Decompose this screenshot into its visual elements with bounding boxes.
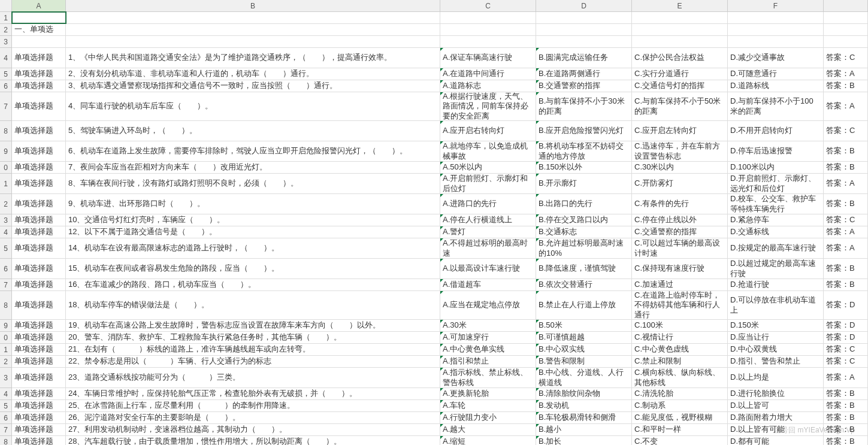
- col-header-E[interactable]: E: [632, 0, 728, 11]
- row-header[interactable]: 4: [0, 48, 11, 68]
- cell[interactable]: A.借道超车: [440, 279, 536, 290]
- row-header[interactable]: 8: [0, 291, 11, 320]
- cell[interactable]: 单项选择题: [12, 141, 66, 161]
- row-header[interactable]: 4: [0, 226, 11, 238]
- cell[interactable]: 21、在划有（ ）标线的道路上，准许车辆越线超车或向左转弯。: [66, 344, 440, 355]
- cell[interactable]: D.进行轮胎换位: [728, 388, 824, 399]
- cell[interactable]: [824, 12, 868, 23]
- cell[interactable]: 4、同车道行驶的机动车后车应（ ）。: [66, 92, 440, 120]
- cell[interactable]: B.警告和限制: [536, 356, 632, 367]
- cell[interactable]: B.越小: [536, 424, 632, 435]
- cell[interactable]: 单项选择题: [12, 320, 66, 331]
- cell[interactable]: [66, 36, 440, 47]
- cell[interactable]: [728, 12, 824, 23]
- cell[interactable]: B.中心线、分道线、人行横道线: [536, 368, 632, 388]
- cell[interactable]: 5、驾驶车辆进入环岛时，（ ）。: [66, 121, 440, 141]
- cell[interactable]: D.应当让行: [728, 332, 824, 343]
- cell[interactable]: A.越大: [440, 424, 536, 435]
- cell[interactable]: A.在道路中间通行: [440, 68, 536, 80]
- cell[interactable]: C.可以超过车辆的最高设计时速: [632, 238, 728, 258]
- cell[interactable]: D.开启前照灯、示廓灯、远光灯和后位灯: [728, 174, 824, 193]
- cell[interactable]: C.开防雾灯: [632, 174, 728, 193]
- cell[interactable]: D.都有可能: [728, 436, 824, 445]
- row-header[interactable]: 0: [0, 162, 11, 174]
- cell[interactable]: C.中心黄色虚线: [632, 344, 728, 355]
- cell[interactable]: 单项选择题: [12, 291, 66, 319]
- cell[interactable]: [728, 24, 824, 35]
- cell[interactable]: 单项选择题: [12, 68, 66, 80]
- cell[interactable]: A.就地停车，以免造成机械事故: [440, 141, 536, 161]
- cell[interactable]: 单项选择题: [12, 238, 66, 258]
- cell[interactable]: D.以上均是: [728, 368, 824, 388]
- row-header[interactable]: 5: [0, 400, 11, 412]
- cell[interactable]: C.应开启左转向灯: [632, 121, 728, 141]
- cell[interactable]: [632, 12, 728, 23]
- cell[interactable]: 6、机动车在道路上发生故障，需要停车排除时，驾驶人应当立即开启危险报警闪光灯，（…: [66, 141, 440, 161]
- cell[interactable]: B.与前车保持不小于30米的距离: [536, 92, 632, 120]
- row-header[interactable]: 9: [0, 141, 11, 162]
- cell[interactable]: A.指引和禁止: [440, 356, 536, 367]
- row-header[interactable]: 7: [0, 279, 11, 291]
- cell[interactable]: 答案：B: [824, 259, 868, 278]
- cell[interactable]: B.允许超过标明最高时速的10%: [536, 238, 632, 258]
- cell[interactable]: B.停在交叉路口以内: [536, 214, 632, 226]
- cell[interactable]: A.道路标志: [440, 80, 536, 92]
- cell[interactable]: 答案：B: [824, 80, 868, 92]
- cell[interactable]: 单项选择题: [12, 412, 66, 423]
- cell[interactable]: 答案：A: [824, 92, 868, 120]
- grid-body[interactable]: 一、单项选单项选择题1、《中华人民共和国道路交通安全法》是为了维护道路交通秩序，…: [12, 12, 868, 445]
- cell[interactable]: C.停在停止线以外: [632, 214, 728, 226]
- cell[interactable]: C.交通警察的指挥: [632, 226, 728, 238]
- select-all-corner[interactable]: [0, 0, 12, 12]
- cell[interactable]: C.在道路上临时停车时，不得妨碍其他车辆和行人通行: [632, 291, 728, 319]
- cell[interactable]: B.交通警察的指挥: [536, 80, 632, 92]
- row-header[interactable]: 1: [0, 174, 11, 194]
- cell[interactable]: [440, 36, 536, 47]
- cell[interactable]: 答案：C: [824, 214, 868, 226]
- cell[interactable]: 答案：B: [824, 424, 868, 435]
- cell[interactable]: 27、利用发动机制动时，变速器档位越高，其制动力（ ）。: [66, 424, 440, 435]
- cell[interactable]: B.将机动车移至不妨碍交通的地方停放: [536, 141, 632, 161]
- cell[interactable]: 答案：B: [824, 279, 868, 290]
- cell[interactable]: A.警灯: [440, 226, 536, 238]
- cell[interactable]: 2、没有划分机动车道、非机动车道和人行道的，机动车（ ）通行。: [66, 68, 440, 80]
- row-header[interactable]: 8: [0, 436, 11, 445]
- cell[interactable]: 16、在车道减少的路段、路口，机动车应当（ ）。: [66, 279, 440, 290]
- cell[interactable]: D.中心双黄线: [728, 344, 824, 355]
- cell[interactable]: A.缩短: [440, 436, 536, 445]
- cell[interactable]: A.不得超过标明的最高时速: [440, 238, 536, 258]
- row-header[interactable]: 2: [0, 194, 11, 214]
- cell[interactable]: D.道路标线: [728, 80, 824, 92]
- cell[interactable]: D.150米: [728, 320, 824, 331]
- cell[interactable]: A.30米: [440, 320, 536, 331]
- cell[interactable]: A.以最高设计车速行驶: [440, 259, 536, 278]
- cell[interactable]: B.中心双实线: [536, 344, 632, 355]
- cell[interactable]: 3、机动车遇交通警察现场指挥和交通信号不一致时，应当按照（ ）通行。: [66, 80, 440, 92]
- cell[interactable]: 单项选择题: [12, 356, 66, 367]
- cell[interactable]: 单项选择题: [12, 368, 66, 388]
- cell[interactable]: A.应开启右转向灯: [440, 121, 536, 141]
- cell[interactable]: D.抢道行驶: [728, 279, 824, 290]
- cell[interactable]: B.应开启危险报警闪光灯: [536, 121, 632, 141]
- cell[interactable]: C.100米: [632, 320, 728, 331]
- cell[interactable]: D.以上皆有可能: [728, 424, 824, 435]
- cell[interactable]: 答案：C: [824, 344, 868, 355]
- cell[interactable]: D.按规定的最高车速行驶: [728, 238, 824, 258]
- cell[interactable]: 单项选择题: [12, 194, 66, 214]
- cell[interactable]: [632, 24, 728, 35]
- cell[interactable]: B.清除胎纹间杂物: [536, 388, 632, 399]
- cell[interactable]: 26、泥泞道路对安全行车的主要影响是（ ）。: [66, 412, 440, 423]
- row-header[interactable]: 7: [0, 424, 11, 436]
- cell[interactable]: 19、机动车在高速公路上发生故障时，警告标志应当设置在故障车来车方向（ ）以外。: [66, 320, 440, 331]
- cell[interactable]: 23、道路交通标线按功能可分为（ ）三类。: [66, 368, 440, 388]
- cell[interactable]: [12, 36, 66, 47]
- row-header[interactable]: 1: [0, 12, 11, 24]
- cell[interactable]: [824, 36, 868, 47]
- cell[interactable]: B.在道路两侧通行: [536, 68, 632, 80]
- cell[interactable]: A.开启前照灯、示廓灯和后位灯: [440, 174, 536, 193]
- cell[interactable]: 答案：B: [824, 162, 868, 173]
- cell[interactable]: 14、机动车在设有最高限速标志的道路上行驶时，（ ）。: [66, 238, 440, 258]
- cell[interactable]: C.保持现有速度行驶: [632, 259, 728, 278]
- cell[interactable]: B.加长: [536, 436, 632, 445]
- cell[interactable]: 单项选择题: [12, 436, 66, 445]
